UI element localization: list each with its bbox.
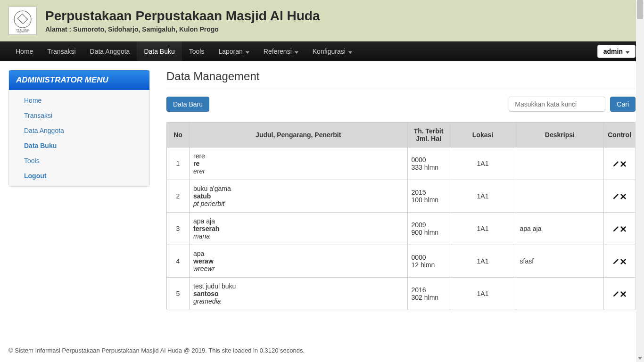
cell-lokasi: 1A1 — [450, 180, 516, 213]
nav-item-label: Tools — [189, 41, 205, 61]
cell-judul: apawerawwreewr — [190, 245, 408, 278]
nav-item-label: Data Anggota — [90, 41, 130, 61]
cell-judul: test judul bukusantosogramedia — [190, 278, 408, 310]
site-subtitle: Alamat : Sumoroto, Sidoharjo, Samigaluh,… — [45, 25, 320, 33]
delete-icon[interactable] — [620, 225, 627, 232]
cell-no: 3 — [167, 213, 190, 245]
nav-item-label: Konfigurasi — [313, 41, 346, 61]
nav-item-konfigurasi[interactable]: Konfigurasi — [305, 41, 359, 61]
cell-deskripsi — [516, 278, 604, 310]
svg-text:SUMOROTO: SUMOROTO — [17, 31, 28, 33]
page-title: Data Management — [166, 70, 636, 83]
new-data-button[interactable]: Data Baru — [166, 97, 209, 112]
scrollbar-thumb[interactable] — [637, 0, 643, 19]
edit-icon[interactable] — [612, 225, 619, 232]
cell-lokasi: 1A1 — [450, 148, 516, 180]
col-lokasi: Lokasi — [450, 123, 516, 148]
sidebar: ADMINISTRATOR MENU HomeTransaksiData Ang… — [8, 70, 150, 310]
nav-item-laporan[interactable]: Laporan — [211, 41, 256, 61]
table-row: 5test judul bukusantosogramedia2016302 h… — [167, 278, 636, 310]
nav-item-label: Referensi — [264, 41, 292, 61]
nav-item-data-buku[interactable]: Data Buku — [137, 41, 182, 61]
cell-tahun-hal: 2016302 hlmn — [407, 278, 450, 310]
scroll-down-icon[interactable] — [636, 354, 644, 358]
nav-item-label: Home — [16, 41, 33, 61]
sidebar-item-data-anggota[interactable]: Data Anggota — [9, 123, 149, 138]
logo-icon: TPA AL HUDA II SUMOROTO — [11, 9, 34, 33]
cell-deskripsi: apa aja — [516, 213, 604, 245]
delete-icon[interactable] — [620, 290, 627, 297]
top-nav: HomeTransaksiData AnggotaData BukuToolsL… — [0, 41, 644, 61]
nav-item-label: Transaksi — [47, 41, 75, 61]
nav-item-label: Data Buku — [144, 41, 174, 61]
col-control: Control — [604, 123, 636, 148]
sidebar-panel: ADMINISTRATOR MENU HomeTransaksiData Ang… — [8, 70, 150, 187]
search-input[interactable] — [509, 97, 605, 112]
cell-lokasi: 1A1 — [450, 278, 516, 310]
cell-no: 5 — [167, 278, 190, 310]
cell-tahun-hal: 2009900 hlmn — [407, 213, 450, 245]
table-row: 1rerereerer0000333 hlmn1A1 — [167, 148, 636, 180]
delete-icon[interactable] — [620, 192, 627, 200]
caret-down-icon — [295, 41, 298, 61]
cell-no: 1 — [167, 148, 190, 180]
main-content: Data Management Data Baru Cari No Judul,… — [166, 70, 636, 310]
col-th-hal: Th. Terbit Jml. Hal — [407, 123, 450, 148]
nav-item-tools[interactable]: Tools — [182, 41, 212, 61]
col-no: No — [167, 123, 190, 148]
logo: TPA AL HUDA II SUMOROTO — [8, 7, 37, 35]
sidebar-title: ADMINISTRATOR MENU — [9, 70, 149, 90]
caret-down-icon — [626, 48, 629, 55]
table-row: 2buku a'gamasatubpt penerbit2015100 hlmn… — [167, 180, 636, 213]
edit-icon[interactable] — [612, 160, 619, 167]
cell-deskripsi — [516, 180, 604, 213]
table-row: 3apa ajaterserahmana2009900 hlmn1A1apa a… — [167, 213, 636, 245]
sidebar-item-transaksi[interactable]: Transaksi — [9, 108, 149, 123]
edit-icon[interactable] — [612, 290, 619, 297]
admin-dropdown-button[interactable]: admin — [597, 45, 636, 58]
cell-deskripsi — [516, 148, 604, 180]
sidebar-item-tools[interactable]: Tools — [9, 153, 149, 168]
cell-tahun-hal: 0000333 hlmn — [407, 148, 450, 180]
scrollbar[interactable] — [636, 0, 644, 358]
nav-item-data-anggota[interactable]: Data Anggota — [83, 41, 137, 61]
caret-down-icon — [246, 41, 249, 61]
cell-control — [604, 278, 636, 310]
data-table: No Judul, Pengarang, Penerbit Th. Terbit… — [166, 122, 636, 310]
header-banner: TPA AL HUDA II SUMOROTO Perpustakaan Per… — [0, 0, 644, 41]
cell-no: 4 — [167, 245, 190, 278]
cell-lokasi: 1A1 — [450, 213, 516, 245]
delete-icon[interactable] — [620, 160, 627, 167]
cell-deskripsi: sfasf — [516, 245, 604, 278]
edit-icon[interactable] — [612, 257, 619, 265]
col-deskripsi: Deskripsi — [516, 123, 604, 148]
table-row: 4apawerawwreewr000012 hlmn1A1sfasf — [167, 245, 636, 278]
divider — [166, 89, 636, 89]
nav-item-transaksi[interactable]: Transaksi — [40, 41, 83, 61]
actions-row: Data Baru Cari — [166, 97, 636, 112]
sidebar-item-home[interactable]: Home — [9, 93, 149, 108]
cell-lokasi: 1A1 — [450, 245, 516, 278]
svg-point-0 — [14, 11, 31, 28]
cell-no: 2 — [167, 180, 190, 213]
delete-icon[interactable] — [620, 257, 627, 265]
cell-control — [604, 245, 636, 278]
col-judul: Judul, Pengarang, Penerbit — [190, 123, 408, 148]
nav-item-home[interactable]: Home — [8, 41, 40, 61]
footer-text: © Sistem Informasi Perpustakaan Perpusta… — [0, 347, 644, 358]
cell-tahun-hal: 000012 hlmn — [407, 245, 450, 278]
cell-control — [604, 180, 636, 213]
admin-label: admin — [603, 48, 623, 55]
nav-item-label: Laporan — [218, 41, 242, 61]
cell-judul: rerereerer — [190, 148, 408, 180]
edit-icon[interactable] — [612, 192, 619, 200]
sidebar-item-logout[interactable]: Logout — [9, 168, 149, 183]
sidebar-item-data-buku[interactable]: Data Buku — [9, 138, 149, 153]
caret-down-icon — [348, 41, 352, 61]
cell-control — [604, 213, 636, 245]
nav-item-referensi[interactable]: Referensi — [256, 41, 305, 61]
cell-control — [604, 148, 636, 180]
cell-tahun-hal: 2015100 hlmn — [407, 180, 450, 213]
search-button[interactable]: Cari — [610, 97, 636, 112]
site-title: Perpustakaan Perpustakaan Masjid Al Huda — [45, 8, 320, 24]
